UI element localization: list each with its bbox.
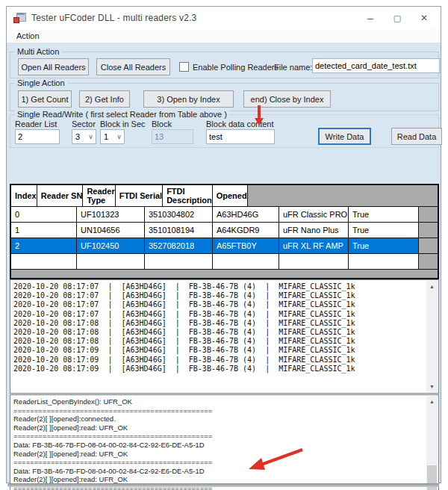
- file-name-input[interactable]: [312, 58, 440, 73]
- content-area: Multi Action Open All Readers Close All …: [7, 43, 441, 483]
- log-line: ReaderList_OpenByIndex(): UFR_OK: [13, 397, 425, 406]
- scroll-up-icon[interactable]: ▲: [426, 281, 438, 292]
- minimize-icon[interactable]: –: [357, 7, 384, 29]
- cell-reader-type: 3510304802: [145, 207, 213, 222]
- cell-reader-type: 3527082018: [145, 238, 213, 253]
- cell-index: [11, 254, 77, 269]
- block-in-sec-select-value: 1: [101, 132, 114, 141]
- detect-log-scrollbar[interactable]: ▲ ▼: [426, 281, 438, 392]
- cell-ftdi-description: uFR Nano Plus: [279, 223, 349, 238]
- block-in-sec-select[interactable]: 1 ∨: [100, 129, 125, 144]
- log-line: 2020-10-20 08:17:08 | [A63HD46G] | FB-3B…: [13, 328, 425, 337]
- enable-polling-checkbox[interactable]: [179, 62, 189, 72]
- block-in-sec-label: Block in Sec: [100, 120, 146, 128]
- single-action-group-label: Single Action: [15, 78, 67, 87]
- scroll-up-icon[interactable]: ▲: [426, 396, 438, 407]
- multi-action-group: Multi Action Open All Readers Close All …: [10, 52, 439, 78]
- log-line: Reader(2)[ ][opened]:connected.: [13, 415, 425, 424]
- log-line: 2020-10-20 08:17:09 | [A63HD46G] | FB-3B…: [13, 365, 425, 373]
- log-line: 2020-10-20 08:17:07 | [A63HD46G] | FB-3B…: [13, 282, 425, 291]
- sector-label: Sector: [72, 120, 96, 128]
- read-data-button[interactable]: Read Data: [391, 128, 442, 145]
- cell-index: 2: [11, 238, 77, 253]
- column-header[interactable]: Reader SN: [37, 185, 84, 206]
- cell-index: 0: [11, 207, 77, 222]
- log-line: Reader(2)[ ][opened]:read: UFR_OK: [13, 450, 425, 459]
- multi-action-group-label: Multi Action: [15, 47, 61, 56]
- log-line: 2020-10-20 08:17:08 | [A63HD46G] | FB-3B…: [13, 337, 425, 346]
- chevron-down-icon: ∨: [86, 130, 96, 143]
- table-row[interactable]: 0 UF101323 3510304802 A63HD46G uFR Class…: [11, 207, 438, 223]
- chevron-down-icon: ∨: [114, 130, 124, 143]
- close-by-index-button[interactable]: end) Close by Index: [243, 90, 331, 108]
- block-label: Block: [152, 120, 172, 128]
- cell-index: 1: [11, 223, 77, 238]
- sector-select-value: 3: [72, 132, 86, 141]
- log-line: 2020-10-20 08:17:08 | [A63HD46G] | FB-3B…: [13, 319, 425, 328]
- block-number-field: [152, 129, 193, 144]
- window-title: Tester uFCoder DLL - multi readers v2.3: [31, 13, 196, 23]
- status-log-scrollbar[interactable]: ▲ ▼: [426, 396, 438, 490]
- block-data-content-label: Block data content: [206, 120, 274, 128]
- single-rw-group-label: Single Read/Write ( first select Reader …: [15, 110, 229, 119]
- status-log[interactable]: ReaderList_OpenByIndex(): UFR_OK========…: [10, 394, 439, 490]
- enable-polling-label: Enable Polling Readers: [193, 63, 279, 72]
- log-line: 2020-10-20 08:17:09 | [A63HD46G] | FB-3B…: [13, 346, 425, 355]
- cell-reader-type: [145, 254, 213, 269]
- card-detect-log[interactable]: 2020-10-20 08:17:07 | [A63HD46G] | FB-3B…: [10, 279, 439, 394]
- window-bottom-shadow: [7, 483, 439, 487]
- write-data-button[interactable]: Write Data: [318, 128, 371, 145]
- cell-ftdi-description: uFR XL RF AMP: [279, 238, 349, 253]
- cell-reader-sn: UF101323: [77, 207, 145, 222]
- block-data-content-input[interactable]: [206, 129, 275, 144]
- menu-bar: Action: [7, 29, 441, 43]
- cell-ftdi-serial: A64KGDR9: [213, 223, 279, 238]
- readers-table: IndexReader SNReader TypeFTDI SerialFTDI…: [10, 184, 439, 279]
- cell-ftdi-serial: [213, 254, 279, 269]
- open-by-index-button[interactable]: 3) Open by Index: [143, 90, 234, 108]
- menu-item-action[interactable]: Action: [13, 31, 43, 41]
- column-header[interactable]: Opened: [213, 185, 248, 206]
- log-line: 2020-10-20 08:17:07 | [A63HD46G] | FB-3B…: [13, 291, 425, 300]
- app-icon: [13, 13, 25, 24]
- cell-ftdi-description: uFR Classic PRO...: [279, 207, 349, 222]
- open-all-readers-button[interactable]: Open All Readers: [18, 58, 89, 75]
- get-count-button[interactable]: 1) Get Count: [18, 90, 72, 108]
- cell-opened: True: [349, 207, 419, 222]
- table-row[interactable]: [11, 254, 438, 270]
- column-header[interactable]: Reader Type: [83, 185, 115, 206]
- column-header[interactable]: FTDI Serial: [116, 185, 163, 206]
- column-header[interactable]: Index: [11, 185, 37, 206]
- log-line: ========================================…: [13, 432, 425, 441]
- single-rw-group: Single Read/Write ( first select Reader …: [10, 114, 439, 148]
- cell-opened: True: [349, 223, 419, 238]
- file-name-label: File name:: [274, 63, 312, 72]
- table-row[interactable]: 1 UN104656 3510108194 A64KGDR9 uFR Nano …: [11, 223, 438, 238]
- log-line: 2020-10-20 08:17:07 | [A63HD46G] | FB-3B…: [13, 310, 425, 319]
- table-row[interactable]: 2 UF102450 3527082018 A65FTB0Y uFR XL RF…: [11, 238, 438, 254]
- log-line: Data: FB-3B-46-7B-FD-08-04-00-02-84-C2-9…: [13, 467, 425, 476]
- log-line: ========================================…: [13, 406, 425, 415]
- log-line: Data: FB-3B-46-7B-FD-08-04-00-02-84-C2-9…: [13, 441, 425, 450]
- cell-ftdi-serial: A63HD46G: [213, 207, 279, 222]
- log-line: 2020-10-20 08:17:07 | [A63HD46G] | FB-3B…: [13, 300, 425, 309]
- cell-reader-type: 3510108194: [145, 223, 213, 238]
- log-line: 2020-10-20 08:17:09 | [A63HD46G] | FB-3B…: [13, 356, 425, 365]
- scroll-down-icon[interactable]: ▼: [426, 381, 438, 392]
- maximize-icon[interactable]: ▢: [384, 7, 411, 29]
- cell-opened: [349, 254, 419, 269]
- column-header[interactable]: FTDI Description: [163, 185, 213, 206]
- close-all-readers-button[interactable]: Close All Readers: [96, 58, 170, 75]
- cell-ftdi-serial: A65FTB0Y: [213, 238, 279, 253]
- cell-reader-sn: UF102450: [77, 238, 145, 253]
- close-icon[interactable]: ✕: [411, 7, 438, 29]
- get-info-button[interactable]: 2) Get Info: [79, 90, 130, 108]
- cell-reader-sn: UN104656: [77, 223, 145, 238]
- cell-reader-sn: [77, 254, 145, 269]
- reader-list-input[interactable]: [15, 129, 60, 144]
- reader-list-label: Reader List: [15, 120, 57, 128]
- sector-select[interactable]: 3 ∨: [72, 129, 96, 144]
- app-window: Tester uFCoder DLL - multi readers v2.3 …: [6, 6, 441, 483]
- readers-table-body: 0 UF101323 3510304802 A63HD46G uFR Class…: [11, 207, 438, 270]
- log-line: ========================================…: [13, 458, 425, 467]
